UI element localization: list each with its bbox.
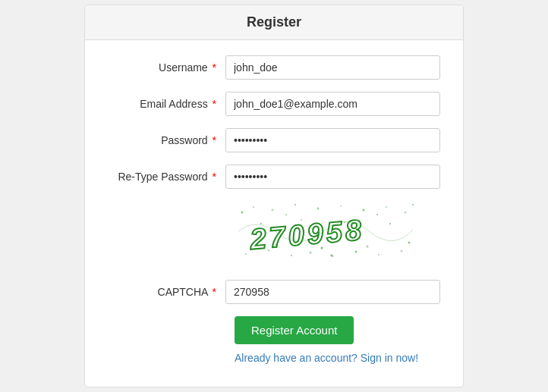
svg-point-5	[340, 205, 342, 207]
svg-point-2	[272, 209, 274, 212]
svg-point-21	[301, 219, 302, 221]
svg-point-1	[253, 206, 254, 208]
svg-point-29	[376, 214, 378, 215]
svg-point-7	[386, 206, 387, 208]
username-label: Username *	[108, 61, 225, 74]
username-required: *	[213, 61, 216, 74]
captcha-group: CAPTCHA *	[108, 280, 440, 304]
svg-point-26	[408, 242, 411, 244]
svg-point-17	[401, 250, 403, 252]
page-title: Register	[100, 14, 448, 30]
captcha-image-section: 270958	[235, 201, 440, 268]
retype-password-group: Re-Type Password *	[108, 165, 440, 189]
form-body: Username * Email Address * Password * Re…	[85, 40, 463, 387]
svg-point-4	[317, 208, 320, 210]
captcha-required: *	[213, 286, 216, 298]
svg-point-12	[291, 255, 292, 256]
form-header: Register	[85, 5, 463, 40]
retype-password-label: Re-Type Password *	[108, 171, 225, 183]
captcha-image: 270958	[235, 201, 417, 262]
email-group: Email Address *	[108, 92, 440, 116]
password-label: Password *	[108, 134, 225, 146]
svg-point-13	[310, 252, 312, 254]
svg-point-23	[344, 221, 345, 223]
username-group: Username *	[108, 55, 440, 80]
retype-required: *	[213, 171, 216, 183]
svg-point-9	[412, 204, 414, 205]
password-required: *	[213, 134, 216, 146]
submit-section: Register Account Already have an account…	[235, 316, 440, 364]
svg-point-8	[405, 212, 407, 214]
svg-point-16	[378, 254, 380, 256]
svg-point-20	[276, 244, 278, 246]
username-input[interactable]	[225, 55, 440, 80]
svg-point-28	[331, 255, 333, 257]
svg-point-10	[245, 253, 247, 255]
signin-link[interactable]: Already have an account? Sign in now!	[235, 352, 418, 364]
register-account-button[interactable]: Register Account	[235, 316, 354, 344]
captcha-svg: 270958	[235, 201, 417, 262]
svg-point-22	[321, 247, 323, 249]
svg-point-6	[363, 209, 365, 212]
password-group: Password *	[108, 128, 440, 152]
email-input[interactable]	[225, 92, 440, 116]
captcha-input[interactable]	[225, 280, 440, 304]
svg-point-15	[355, 251, 357, 253]
svg-point-24	[367, 246, 369, 248]
email-required: *	[213, 98, 216, 110]
svg-point-3	[294, 204, 296, 205]
svg-point-0	[241, 212, 244, 214]
register-form-container: Register Username * Email Address * Pass…	[84, 5, 464, 387]
captcha-label: CAPTCHA *	[108, 286, 225, 298]
password-input[interactable]	[225, 128, 440, 152]
svg-point-25	[389, 223, 391, 224]
retype-password-input[interactable]	[225, 165, 440, 189]
svg-point-27	[285, 214, 287, 215]
email-label: Email Address *	[108, 98, 225, 110]
svg-point-19	[260, 223, 262, 224]
svg-text:270958: 270958	[248, 214, 366, 256]
